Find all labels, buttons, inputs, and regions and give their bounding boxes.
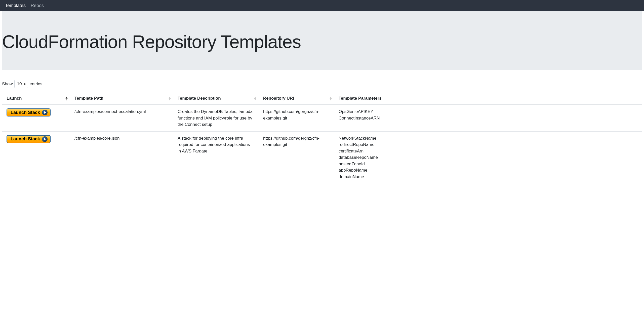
play-icon <box>42 136 48 142</box>
navbar: Templates Repos <box>0 0 644 11</box>
sort-icon: ▴▾ <box>330 97 332 100</box>
table-length-control: Show 10 ▲▼ entries <box>2 80 642 88</box>
parameter-item: hostedZoneId <box>339 161 637 167</box>
nav-link-templates[interactable]: Templates <box>5 3 26 8</box>
sort-icon: ▴▾ <box>254 97 256 100</box>
table-row: Launch Stack/cfn-examples/connect-escala… <box>2 105 642 131</box>
cell-template-parameters: OpsGenieAPIKEYConnectInstanceARN <box>334 105 642 131</box>
table-row: Launch Stack/cfn-examples/core.jsonA sta… <box>2 131 642 183</box>
parameter-item: redirectRepoName <box>339 141 637 148</box>
parameter-item: OpsGenieAPIKEY <box>339 108 637 115</box>
launch-stack-button[interactable]: Launch Stack <box>7 135 51 143</box>
cell-repository-uri: https://github.com/gergnz/cfn-examples.g… <box>259 131 334 183</box>
cell-template-path: /cfn-examples/core.json <box>70 131 173 183</box>
launch-stack-button[interactable]: Launch Stack <box>7 108 51 116</box>
parameter-item: domainName <box>339 174 637 180</box>
play-icon <box>42 110 48 115</box>
cell-template-description: Creates the DynamoDB Tables, lambda func… <box>173 105 259 131</box>
sort-icon: ▴▾ <box>169 97 171 100</box>
cell-launch: Launch Stack <box>2 131 70 183</box>
parameter-item: ConnectInstanceARN <box>339 115 637 122</box>
main-content: Show 10 ▲▼ entries Launch ▴▾ Template Pa… <box>0 80 644 183</box>
nav-link-repos[interactable]: Repos <box>31 3 44 8</box>
entries-select[interactable]: 10 <box>14 80 28 88</box>
page-header: CloudFormation Repository Templates <box>2 11 642 70</box>
cell-launch: Launch Stack <box>2 105 70 131</box>
column-header-template-description[interactable]: Template Description ▴▾ <box>173 92 259 105</box>
page-title: CloudFormation Repository Templates <box>2 31 642 52</box>
column-header-repository-uri[interactable]: Repository URI ▴▾ <box>259 92 334 105</box>
column-header-template-parameters: Template Parameters <box>334 92 642 105</box>
cell-template-path: /cfn-examples/connect-escalation.yml <box>70 105 173 131</box>
entries-label: entries <box>30 82 43 87</box>
parameter-item: databaseRepoName <box>339 154 637 161</box>
parameter-item: certificateArn <box>339 148 637 154</box>
cell-template-description: A stack for deploying the core infra req… <box>173 131 259 183</box>
launch-button-label: Launch Stack <box>11 110 40 115</box>
parameter-item: appRepoName <box>339 167 637 174</box>
parameter-item: NetworkStackName <box>339 135 637 142</box>
launch-button-label: Launch Stack <box>11 136 40 142</box>
cell-template-parameters: NetworkStackNameredirectRepoNamecertific… <box>334 131 642 183</box>
sort-icon: ▴▾ <box>66 97 67 100</box>
column-header-launch[interactable]: Launch ▴▾ <box>2 92 70 105</box>
templates-table: Launch ▴▾ Template Path ▴▾ Template Desc… <box>2 92 642 183</box>
show-label: Show <box>2 82 13 87</box>
column-header-template-path[interactable]: Template Path ▴▾ <box>70 92 173 105</box>
cell-repository-uri: https://github.com/gergnz/cfn-examples.g… <box>259 105 334 131</box>
